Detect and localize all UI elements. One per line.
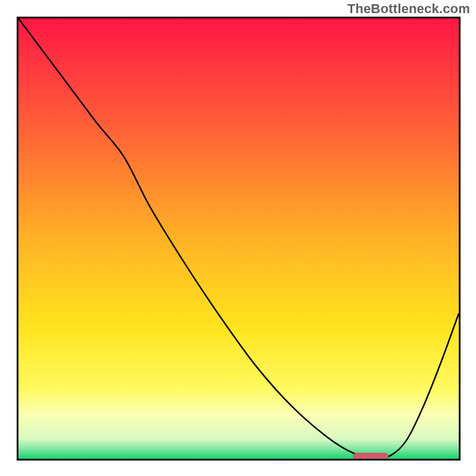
optimal-range-marker <box>353 453 388 460</box>
watermark-text: TheBottleneck.com <box>347 1 470 17</box>
chart-container: TheBottleneck.com <box>0 0 476 476</box>
curve-layer <box>18 18 459 459</box>
plot-area <box>17 17 461 461</box>
bottleneck-curve <box>18 18 459 458</box>
